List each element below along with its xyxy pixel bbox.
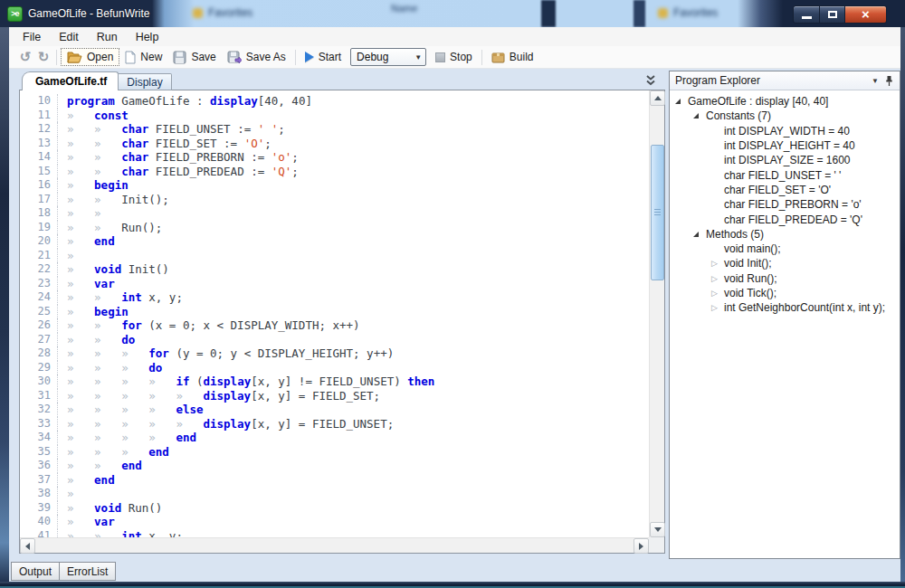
line-number: 17 [20,193,58,207]
code-line: 21» [20,249,649,263]
tab-marker: » [67,515,94,529]
save-button[interactable]: Save [167,49,221,66]
run-mode-dropdown[interactable]: Debug ▼ [350,48,426,66]
code-token: GameOfLife : [115,94,210,108]
code-text: »»Run(); [58,221,162,235]
code-text: »» [58,206,121,221]
start-icon [305,52,314,62]
open-button[interactable]: Open [61,48,119,66]
tree-item[interactable]: Constants (7) [670,109,900,123]
code-text: »begin [58,305,129,319]
code-line: 36»»end [20,459,649,473]
bottom-tab-errorlist[interactable]: ErrorList [59,562,116,581]
code-token: FIELD_UNSET := [148,122,257,136]
tree-item[interactable]: ▷void Init(); [670,256,900,270]
save-as-button[interactable]: Save As [222,49,291,66]
new-label: New [140,51,162,63]
scroll-up-button[interactable] [650,90,665,106]
pin-icon[interactable] [884,75,894,87]
expander-collapsed-icon[interactable]: ▷ [711,274,724,283]
scroll-left-button[interactable] [20,538,35,554]
panel-menu-arrow-icon[interactable]: ▼ [866,77,884,85]
line-number: 29 [20,361,58,375]
tab-marker: » [67,234,94,249]
tree-item[interactable]: void main(); [670,242,900,256]
start-button[interactable]: Start [300,49,347,65]
tab-marker: » [94,361,121,375]
tab-display[interactable]: Display [119,73,171,90]
tree-item[interactable]: char FIELD_UNSET = ' ' [670,167,900,182]
tab-marker: » [94,431,121,445]
title-bar[interactable]: Favorites Name Favorites >e GameOfLife -… [0,0,905,27]
window-menu-chevron-icon[interactable] [643,74,658,86]
tab-marker: » [94,333,121,347]
vertical-scrollbar-thumb[interactable] [651,145,664,280]
redo-icon[interactable]: ↻ [34,49,52,65]
horizontal-scrollbar[interactable] [20,537,649,553]
tree-item[interactable]: ▷void Tick(); [670,286,900,300]
tree-item-label: int DISPLAY_WIDTH = 40 [724,125,850,138]
tree-item[interactable]: int DISPLAY_SIZE = 1600 [670,153,900,167]
tab-marker: » [121,417,148,432]
expander-collapsed-icon[interactable]: ▷ [711,259,724,268]
tree-item-label: Constants (7) [706,109,771,122]
line-number: 28 [20,346,58,361]
scrollbar-corner [649,537,664,553]
app-icon: >e [7,6,23,22]
code-line: 18»» [20,206,649,221]
menu-item-file[interactable]: File [14,29,50,45]
tree-item[interactable]: GameOfLife : display [40, 40] [670,94,900,109]
tree-item[interactable]: ▷void Run(); [670,271,900,286]
tree-item[interactable]: char FIELD_PREBORN = 'o' [670,197,900,212]
expander-expanded-icon[interactable] [693,232,706,237]
code-token: ; [291,165,299,178]
undo-icon[interactable]: ↺ [16,49,34,65]
code-editor[interactable]: 10program GameOfLife : display[40, 40]11… [19,90,665,554]
tab-marker: » [94,206,121,221]
tree-item-label: void Tick(); [724,287,776,299]
tab-gameoflife[interactable]: GameOfLife.tf [22,71,119,90]
tree-item[interactable]: ▷int GetNeighborCount(int x, int y); [670,300,900,315]
minimize-button[interactable] [793,5,820,24]
scroll-right-button[interactable] [634,538,649,554]
menu-item-help[interactable]: Help [127,29,168,45]
window-border-left [0,27,9,582]
build-icon [491,51,505,63]
tree-item[interactable]: int DISPLAY_WIDTH = 40 [670,124,900,138]
tab-marker: » [67,193,94,207]
menu-item-edit[interactable]: Edit [50,29,88,45]
tab-marker: » [67,403,94,417]
code-token: [40, 40] [258,94,312,108]
program-explorer-header[interactable]: Program Explorer ▼ [670,71,900,90]
code-lines[interactable]: 10program GameOfLife : display[40, 40]11… [20,90,649,537]
maximize-button[interactable] [820,5,845,24]
expander-collapsed-icon[interactable]: ▷ [711,289,724,298]
stop-button[interactable]: Stop [430,49,478,65]
tab-marker: » [67,375,94,389]
bottom-tab-output[interactable]: Output [11,562,60,581]
close-icon: × [862,6,870,23]
open-folder-icon [67,51,82,63]
toolbar: ↺ ↻ Open New Save [9,46,900,69]
code-line: 10program GameOfLife : display[40, 40] [20,94,649,109]
code-line: 37»end [20,473,649,488]
expander-expanded-icon[interactable] [693,113,706,119]
tree-item[interactable]: char FIELD_PREDEAD = 'Q' [670,212,900,226]
code-text: »»»do [58,361,162,375]
tree-item[interactable]: char FIELD_SET = 'O' [670,183,900,197]
tab-marker: » [67,333,94,347]
build-button[interactable]: Build [486,49,539,65]
code-text: »»»end [58,445,169,460]
new-button[interactable]: New [119,49,167,66]
tree-item[interactable]: Methods (5) [670,227,900,242]
expander-collapsed-icon[interactable]: ▷ [711,303,724,312]
code-token: display [204,375,252,388]
vertical-scrollbar[interactable] [649,90,664,537]
line-number: 24 [20,290,58,305]
tree-item[interactable]: int DISPLAY_HEIGHT = 40 [670,138,900,153]
expander-expanded-icon[interactable] [675,99,688,104]
menu-item-run[interactable]: Run [88,29,127,45]
scroll-down-button[interactable] [650,522,665,537]
tab-marker: » [67,318,94,333]
close-button[interactable]: × [845,5,887,24]
